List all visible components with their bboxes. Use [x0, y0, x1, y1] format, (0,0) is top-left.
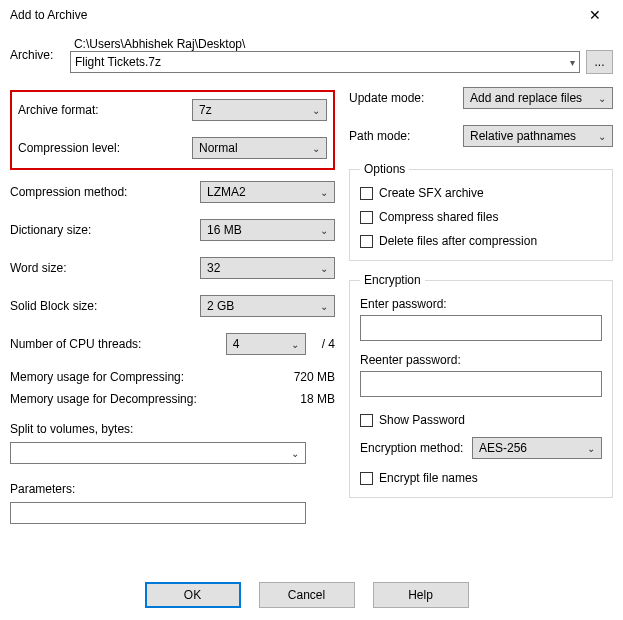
mem-decompress-value: 18 MB: [300, 392, 335, 406]
encryption-legend: Encryption: [360, 273, 425, 287]
params-label: Parameters:: [10, 482, 335, 496]
method-label: Compression method:: [10, 185, 127, 199]
mem-compress-value: 720 MB: [294, 370, 335, 384]
options-group: Options Create SFX archive Compress shar…: [349, 162, 613, 261]
chevron-down-icon: ⌄: [320, 301, 328, 312]
ok-button[interactable]: OK: [145, 582, 241, 608]
chevron-down-icon: ▾: [570, 57, 575, 68]
close-icon: ✕: [589, 7, 601, 23]
chevron-down-icon: ⌄: [291, 339, 299, 350]
word-combo[interactable]: 32 ⌄: [200, 257, 335, 279]
chevron-down-icon: ⌄: [598, 131, 606, 142]
encryption-group: Encryption Enter password: Reenter passw…: [349, 273, 613, 498]
delete-checkbox[interactable]: [360, 235, 373, 248]
threads-total: / 4: [322, 337, 335, 351]
chevron-down-icon: ⌄: [291, 448, 299, 459]
chevron-down-icon: ⌄: [320, 225, 328, 236]
method-combo[interactable]: LZMA2 ⌄: [200, 181, 335, 203]
chevron-down-icon: ⌄: [587, 443, 595, 454]
split-combo[interactable]: ⌄: [10, 442, 306, 464]
help-button[interactable]: Help: [373, 582, 469, 608]
mem-compress-label: Memory usage for Compressing:: [10, 370, 184, 384]
pathmode-combo[interactable]: Relative pathnames ⌄: [463, 125, 613, 147]
chevron-down-icon: ⌄: [320, 187, 328, 198]
format-combo[interactable]: 7z ⌄: [192, 99, 327, 121]
encnames-label: Encrypt file names: [379, 471, 478, 485]
word-label: Word size:: [10, 261, 66, 275]
shared-label: Compress shared files: [379, 210, 498, 224]
showpwd-label: Show Password: [379, 413, 465, 427]
update-combo[interactable]: Add and replace files ⌄: [463, 87, 613, 109]
encnames-checkbox[interactable]: [360, 472, 373, 485]
delete-label: Delete files after compression: [379, 234, 537, 248]
enc-method-combo[interactable]: AES-256 ⌄: [472, 437, 602, 459]
dict-combo[interactable]: 16 MB ⌄: [200, 219, 335, 241]
browse-button[interactable]: ...: [586, 50, 613, 74]
enc-method-label: Encryption method:: [360, 441, 463, 455]
reenter-pwd-input[interactable]: [360, 371, 602, 397]
pathmode-label: Path mode:: [349, 129, 410, 143]
params-input[interactable]: [10, 502, 306, 524]
block-combo[interactable]: 2 GB ⌄: [200, 295, 335, 317]
archive-file-combo[interactable]: Flight Tickets.7z ▾: [70, 51, 580, 73]
chevron-down-icon: ⌄: [312, 105, 320, 116]
level-label: Compression level:: [18, 141, 120, 155]
close-button[interactable]: ✕: [575, 2, 615, 28]
threads-label: Number of CPU threads:: [10, 337, 141, 351]
showpwd-checkbox[interactable]: [360, 414, 373, 427]
mem-decompress-label: Memory usage for Decompressing:: [10, 392, 197, 406]
archive-label: Archive:: [10, 48, 64, 62]
cancel-button[interactable]: Cancel: [259, 582, 355, 608]
archive-path: C:\Users\Abhishek Raj\Desktop\: [70, 37, 580, 51]
shared-checkbox[interactable]: [360, 211, 373, 224]
dict-label: Dictionary size:: [10, 223, 91, 237]
split-label: Split to volumes, bytes:: [10, 422, 335, 436]
update-label: Update mode:: [349, 91, 424, 105]
window-title: Add to Archive: [10, 8, 87, 22]
sfx-checkbox[interactable]: [360, 187, 373, 200]
highlight-annotation: Archive format: 7z ⌄ Compression level: …: [10, 90, 335, 170]
sfx-label: Create SFX archive: [379, 186, 484, 200]
level-combo[interactable]: Normal ⌄: [192, 137, 327, 159]
title-bar: Add to Archive ✕: [0, 0, 623, 30]
reenter-pwd-label: Reenter password:: [360, 353, 602, 367]
enter-pwd-label: Enter password:: [360, 297, 602, 311]
browse-label: ...: [594, 55, 604, 69]
chevron-down-icon: ⌄: [598, 93, 606, 104]
archive-filename: Flight Tickets.7z: [75, 55, 161, 69]
chevron-down-icon: ⌄: [312, 143, 320, 154]
enter-pwd-input[interactable]: [360, 315, 602, 341]
threads-combo[interactable]: 4 ⌄: [226, 333, 306, 355]
format-label: Archive format:: [18, 103, 99, 117]
block-label: Solid Block size:: [10, 299, 97, 313]
options-legend: Options: [360, 162, 409, 176]
chevron-down-icon: ⌄: [320, 263, 328, 274]
